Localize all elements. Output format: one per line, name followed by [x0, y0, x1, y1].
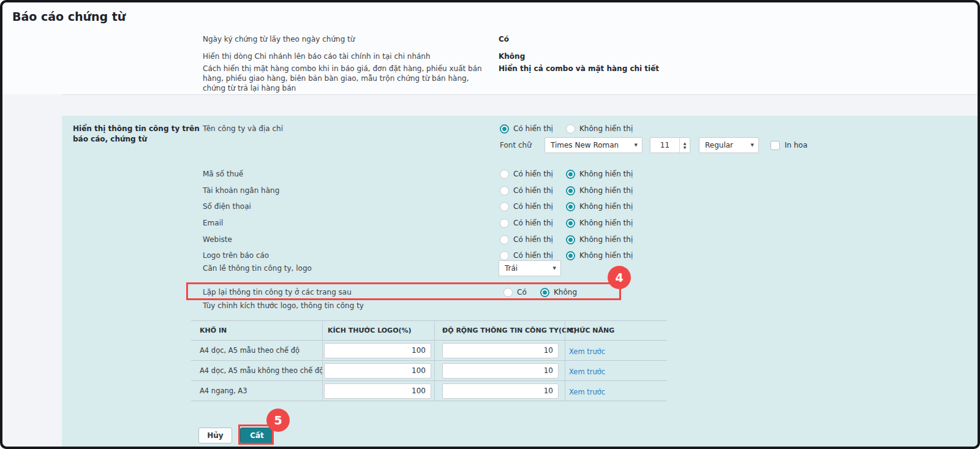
font-label: Font chữ: [500, 141, 545, 149]
logo-size-input[interactable]: [324, 383, 431, 399]
row-website: Webiste Có hiển thị Không hiển thị: [203, 233, 633, 246]
settings-page: Báo cáo chứng từ Ngày ký chứng từ lấy th…: [2, 2, 978, 447]
radio-option-yes[interactable]: Có: [503, 288, 540, 297]
table-row: A4 ngang, A3 Xem trước: [191, 381, 667, 401]
header-logo-size: KÍCH THƯỚC LOGO(%): [322, 326, 434, 334]
radio-no-selected-icon[interactable]: [540, 288, 549, 297]
table-row: A4 dọc, A5 mẫu không theo chế độ Xem trư…: [191, 361, 667, 381]
window-frame: Báo cáo chứng từ Ngày ký chứng từ lấy th…: [0, 0, 980, 449]
paper-size-label: A4 dọc, A5 mẫu theo chế độ: [191, 346, 322, 355]
radio-hide-selected-icon[interactable]: [566, 186, 575, 195]
annotation-step-4-badge: 4: [608, 266, 631, 289]
table-header-row: KHỔ IN KÍCH THƯỚC LOGO(%) ĐỘ RỘNG THÔNG …: [191, 320, 667, 341]
header-action: CHỨC NĂNG: [565, 326, 667, 334]
row-bank-account: Tài khoản ngân hàng Có hiển thị Không hi…: [203, 184, 633, 197]
radio-show-icon[interactable]: [500, 202, 509, 211]
radio-hide-icon[interactable]: [566, 124, 575, 134]
customize-size-label: Tùy chỉnh kích thước logo, thông tin côn…: [203, 301, 364, 310]
align-dropdown[interactable]: Trái ▼: [499, 260, 561, 276]
setting-label: Hiển thị dòng Chi nhánh lên báo cáo tài …: [203, 51, 499, 61]
radio-option-show[interactable]: Có hiển thị: [500, 124, 566, 134]
preview-link[interactable]: Xem trước: [569, 388, 605, 396]
radio-option-show[interactable]: Có hiển thị: [500, 235, 566, 244]
radio-hide-selected-icon[interactable]: [566, 219, 575, 228]
radio-hide-selected-icon[interactable]: [566, 235, 575, 244]
radio-hide-selected-icon[interactable]: [566, 251, 575, 260]
field-label: Tên công ty và địa chỉ: [203, 124, 500, 133]
row-align: Căn lề thông tin công ty, logo Trái ▼: [203, 260, 561, 276]
page-title: Báo cáo chứng từ: [12, 10, 126, 23]
stepper-arrows-icon[interactable]: ▲▼: [679, 138, 690, 153]
annotation-step-5-badge: 5: [266, 409, 290, 432]
save-button[interactable]: Cất: [240, 428, 274, 443]
setting-label: Cách hiển thị mặt hàng combo khi in báo …: [203, 64, 499, 93]
section-divider: [62, 94, 978, 95]
header-paper-size: KHỔ IN: [191, 326, 322, 334]
row-repeat-company-info: Lặp lại thông tin công ty ở các trang sa…: [203, 286, 577, 298]
setting-row-branch-line: Hiển thị dòng Chi nhánh lên báo cáo tài …: [203, 51, 525, 61]
radio-option-hide[interactable]: Không hiển thị: [566, 186, 633, 195]
radio-show-icon[interactable]: [500, 186, 509, 195]
row-phone: Số điện thoại Có hiển thị Không hiển thị: [203, 200, 633, 213]
radio-option-show[interactable]: Có hiển thị: [500, 202, 566, 211]
setting-row-sign-date: Ngày ký chứng từ lấy theo ngày chứng từ …: [203, 34, 509, 44]
radio-option-hide[interactable]: Không hiển thị: [566, 170, 633, 179]
radio-option-hide[interactable]: Không hiển thị: [566, 202, 633, 211]
setting-label: Ngày ký chứng từ lấy theo ngày chứng từ: [203, 34, 499, 44]
size-table: KHỔ IN KÍCH THƯỚC LOGO(%) ĐỘ RỘNG THÔNG …: [191, 320, 667, 401]
row-company-name: Tên công ty và địa chỉ Có hiển thị Không…: [203, 123, 633, 135]
radio-hide-selected-icon[interactable]: [566, 202, 575, 211]
top-section: Báo cáo chứng từ Ngày ký chứng từ lấy th…: [2, 2, 978, 94]
font-name-dropdown[interactable]: Times New Roman ▼: [545, 137, 643, 153]
font-style-dropdown[interactable]: Regular ▼: [699, 137, 759, 153]
column-divider: [434, 320, 435, 401]
setting-value: Hiển thị cả combo và mặt hàng chi tiết: [499, 64, 659, 74]
radio-show-icon[interactable]: [500, 251, 509, 260]
uppercase-checkbox[interactable]: [771, 141, 780, 150]
radio-option-hide[interactable]: Không hiển thị: [566, 124, 633, 134]
radio-show-icon[interactable]: [500, 219, 509, 228]
chevron-down-icon: ▼: [751, 143, 754, 148]
info-width-input[interactable]: [442, 363, 559, 379]
radio-show-icon[interactable]: [500, 170, 509, 179]
radio-option-show[interactable]: Có hiển thị: [500, 251, 566, 260]
chevron-down-icon: ▼: [553, 266, 556, 271]
table-row: A4 dọc, A5 mẫu theo chế độ Xem trước: [191, 341, 667, 361]
radio-option-hide[interactable]: Không hiển thị: [566, 219, 633, 228]
cancel-button[interactable]: Hủy: [198, 428, 232, 443]
setting-value: Không: [499, 51, 525, 61]
panel-section-label: Hiển thị thông tin công ty trên báo cáo,…: [73, 124, 203, 145]
preview-link[interactable]: Xem trước: [569, 347, 605, 356]
row-email: Email Có hiển thị Không hiển thị: [203, 217, 633, 229]
radio-option-hide[interactable]: Không hiển thị: [566, 235, 633, 244]
radio-option-show[interactable]: Có hiển thị: [500, 186, 566, 195]
uppercase-label: In hoa: [785, 141, 807, 149]
paper-size-label: A4 ngang, A3: [191, 387, 322, 395]
row-font: Font chữ Times New Roman ▼ 11 ▲▼ Regular…: [500, 137, 807, 153]
info-width-input[interactable]: [442, 383, 559, 399]
radio-option-hide[interactable]: Không hiển thị: [566, 251, 633, 260]
chevron-down-icon: ▼: [635, 143, 638, 148]
radio-option-no[interactable]: Không: [540, 288, 577, 297]
logo-size-input[interactable]: [324, 363, 431, 379]
font-size-stepper[interactable]: 11 ▲▼: [650, 137, 690, 153]
radio-yes-icon[interactable]: [503, 288, 513, 297]
row-logo: Logo trên báo cáo Có hiển thị Không hiển…: [203, 249, 633, 262]
header-info-width: ĐỘ RỘNG THÔNG TIN CÔNG TY(CM): [434, 326, 565, 334]
preview-link[interactable]: Xem trước: [569, 368, 605, 376]
info-width-input[interactable]: [442, 343, 559, 358]
radio-show-selected-icon[interactable]: [500, 124, 509, 134]
radio-option-show[interactable]: Có hiển thị: [500, 170, 566, 179]
row-tax-code: Mã số thuế Có hiển thị Không hiển thị: [203, 168, 633, 180]
setting-row-combo-display: Cách hiển thị mặt hàng combo khi in báo …: [203, 64, 659, 93]
paper-size-label: A4 dọc, A5 mẫu không theo chế độ: [191, 366, 322, 375]
radio-option-show[interactable]: Có hiển thị: [500, 219, 566, 228]
radio-hide-selected-icon[interactable]: [566, 170, 575, 179]
column-divider: [565, 320, 565, 401]
company-info-panel: Hiển thị thông tin công ty trên báo cáo,…: [62, 116, 978, 447]
setting-value: Có: [499, 34, 509, 44]
radio-show-icon[interactable]: [500, 235, 509, 244]
logo-size-input[interactable]: [324, 343, 431, 358]
column-divider: [322, 320, 323, 401]
